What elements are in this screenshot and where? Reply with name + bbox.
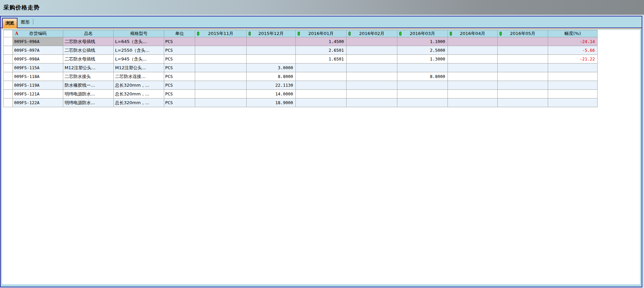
cell-unit[interactable]: PCS [164, 90, 195, 98]
cell-month-4[interactable] [397, 81, 448, 90]
cell-month-6[interactable] [498, 72, 548, 81]
cell-code[interactable]: 009FS-119A [13, 81, 63, 90]
cell-month-1[interactable]: 22.1130 [247, 81, 296, 90]
column-header-change[interactable]: 幅度(%) [548, 30, 598, 37]
cell-spec[interactable]: L=945（含头... [114, 55, 164, 64]
cell-spec[interactable]: L=645（含头... [114, 37, 164, 46]
cell-month-3[interactable] [347, 64, 397, 72]
cell-month-0[interactable] [195, 90, 247, 98]
table-row[interactable]: 009FS-119A防水橡胶线一...总长320mm，...PCS22.1130 [4, 81, 598, 90]
cell-name[interactable]: 明纬电源防水... [63, 98, 114, 107]
cell-month-6[interactable] [498, 98, 548, 107]
cell-code[interactable]: 009FS-118A [13, 72, 63, 81]
cell-code[interactable]: 009FS-098A [13, 55, 63, 64]
cell-month-0[interactable] [195, 81, 247, 90]
cell-code[interactable]: 009FS-096A [13, 37, 63, 46]
cell-month-0[interactable] [195, 72, 247, 81]
cell-code[interactable]: 009FS-122A [13, 98, 63, 107]
cell-unit[interactable]: PCS [164, 46, 195, 55]
cell-month-2[interactable] [296, 64, 347, 72]
cell-month-3[interactable] [347, 72, 397, 81]
cell-month-4[interactable]: 1.3000 [397, 55, 448, 64]
cell-month-3[interactable] [347, 37, 397, 46]
cell-month-0[interactable] [195, 98, 247, 107]
row-indicator[interactable] [4, 64, 13, 72]
table-row[interactable]: 009FS-096A二芯防水母插线L=645（含头...PCS1.45001.1… [4, 37, 598, 46]
cell-month-5[interactable] [448, 37, 498, 46]
cell-change[interactable]: -5.66 [548, 46, 598, 55]
tab-browse[interactable]: 浏览 [2, 18, 17, 28]
cell-change[interactable] [548, 90, 598, 98]
cell-change[interactable] [548, 72, 598, 81]
cell-month-5[interactable] [448, 72, 498, 81]
cell-month-6[interactable] [498, 46, 548, 55]
cell-month-5[interactable] [448, 81, 498, 90]
row-indicator[interactable] [4, 46, 13, 55]
cell-name[interactable]: 二芯防水公插线 [63, 46, 114, 55]
column-header-month-201605[interactable]: 2016年05月 [498, 30, 548, 37]
cell-change[interactable]: -24.14 [548, 37, 598, 46]
column-header-month-201602[interactable]: 2016年02月 [347, 30, 397, 37]
cell-month-6[interactable] [498, 64, 548, 72]
cell-month-4[interactable] [397, 90, 448, 98]
cell-unit[interactable]: PCS [164, 98, 195, 107]
cell-name[interactable]: 明纬电源防水... [63, 90, 114, 98]
row-indicator[interactable] [4, 81, 13, 90]
column-header-month-201603[interactable]: 2016年03月 [397, 30, 448, 37]
column-header-spec[interactable]: 规格型号 [114, 30, 164, 37]
cell-month-2[interactable] [296, 81, 347, 90]
cell-month-1[interactable] [247, 46, 296, 55]
cell-month-4[interactable] [397, 98, 448, 107]
cell-unit[interactable]: PCS [164, 37, 195, 46]
row-indicator[interactable] [4, 98, 13, 107]
cell-month-5[interactable] [448, 90, 498, 98]
cell-code[interactable]: 009FS-097A [13, 46, 63, 55]
cell-month-1[interactable]: 14.0000 [247, 90, 296, 98]
column-header-month-201512[interactable]: 2015年12月 [247, 30, 296, 37]
cell-spec[interactable]: 二芯防水连接... [114, 72, 164, 81]
cell-month-6[interactable] [498, 81, 548, 90]
cell-month-1[interactable]: 8.8000 [247, 72, 296, 81]
column-header-month-201604[interactable]: 2016年04月 [448, 30, 498, 37]
cell-spec[interactable]: 总长320mm，... [114, 90, 164, 98]
table-row[interactable]: 009FS-115AM12注塑公头...M12注塑公头...PCS3.0000 [4, 64, 598, 72]
cell-month-4[interactable]: 1.1000 [397, 37, 448, 46]
cell-spec[interactable]: 总长320mm，... [114, 81, 164, 90]
cell-month-5[interactable] [448, 46, 498, 55]
cell-month-4[interactable]: 8.8000 [397, 72, 448, 81]
row-indicator[interactable] [4, 72, 13, 81]
cell-month-3[interactable] [347, 90, 397, 98]
cell-month-0[interactable] [195, 37, 247, 46]
column-header-month-201511[interactable]: 2015年11月 [195, 30, 247, 37]
cell-unit[interactable]: PCS [164, 64, 195, 72]
cell-change[interactable] [548, 64, 598, 72]
cell-month-2[interactable]: 1.6501 [296, 55, 347, 64]
cell-month-6[interactable] [498, 90, 548, 98]
column-header-code[interactable]: A 存货编码 [13, 30, 63, 37]
table-row[interactable]: 009FS-122A明纬电源防水...总长320mm，...PCS18.9000 [4, 98, 598, 107]
cell-month-3[interactable] [347, 81, 397, 90]
column-header-name[interactable]: 品名 [63, 30, 114, 37]
cell-month-2[interactable] [296, 72, 347, 81]
cell-name[interactable]: 防水橡胶线一... [63, 81, 114, 90]
row-indicator[interactable] [4, 37, 13, 46]
cell-month-2[interactable]: 2.6501 [296, 46, 347, 55]
cell-month-2[interactable] [296, 98, 347, 107]
cell-spec[interactable]: L=2550（含头... [114, 46, 164, 55]
cell-month-2[interactable] [296, 90, 347, 98]
cell-month-6[interactable] [498, 37, 548, 46]
cell-spec[interactable]: 总长320mm，... [114, 98, 164, 107]
cell-month-1[interactable]: 18.9000 [247, 98, 296, 107]
column-header-month-201601[interactable]: 2016年01月 [296, 30, 347, 37]
cell-month-0[interactable] [195, 55, 247, 64]
table-row[interactable]: 009FS-097A二芯防水公插线L=2550（含头...PCS2.65012.… [4, 46, 598, 55]
cell-code[interactable]: 009FS-121A [13, 90, 63, 98]
cell-change[interactable] [548, 81, 598, 90]
cell-name[interactable]: 二芯防水母插线 [63, 37, 114, 46]
row-indicator[interactable] [4, 55, 13, 64]
cell-name[interactable]: 二芯防水接头 [63, 72, 114, 81]
cell-month-1[interactable]: 3.0000 [247, 64, 296, 72]
cell-month-5[interactable] [448, 64, 498, 72]
column-header-unit[interactable]: 单位 [164, 30, 195, 37]
cell-name[interactable]: M12注塑公头... [63, 64, 114, 72]
